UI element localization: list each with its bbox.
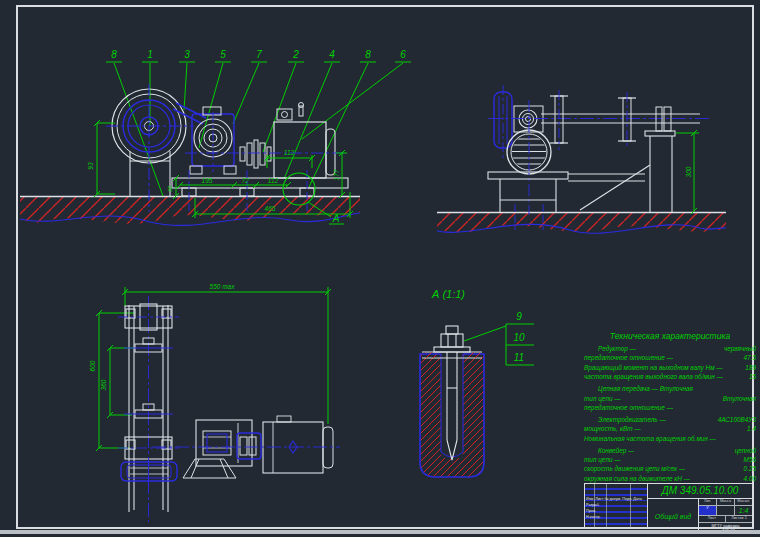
detail-a-view: А (1:1) 9 10 11 (420, 288, 534, 477)
tech-title: Техническая характеристика (584, 331, 756, 341)
sheet-label: Лист (699, 516, 726, 522)
lit-header: Лит. (699, 499, 717, 505)
callout-number: 8 (365, 49, 371, 60)
callout-number: 3 (184, 49, 190, 60)
base-frame (172, 178, 348, 196)
tech-row: Цепная передача — Втулочная (584, 384, 756, 393)
top-dimensions (96, 287, 331, 451)
dim-label: 550 max (210, 283, 236, 290)
scale-header: Масшт. (735, 499, 752, 505)
callout-number: 1 (147, 49, 153, 60)
callout-number: 5 (220, 49, 226, 60)
tech-row: Редуктор —червячный (584, 344, 756, 353)
callout-numbers: 8 1 3 5 7 2 4 8 6 (111, 49, 406, 60)
tech-row: Конвейер —цепной (584, 446, 756, 455)
tech-row: Номинальная частота вращения об.мин — (584, 434, 756, 443)
title-block-revision-table: Изм. Лист № докум. Подп. Дата Разраб. Пр… (585, 484, 648, 527)
cad-viewport: 8 1 3 5 7 2 4 8 6 (0, 0, 760, 537)
callout-number: 8 (111, 49, 117, 60)
row-developed-label: Разраб. (586, 503, 600, 507)
dim-label: 195 (202, 177, 213, 184)
hex-nut (441, 334, 463, 347)
callout-number: 10 (513, 332, 525, 343)
drawing-title: Общий вид (648, 499, 699, 533)
tech-row: Вращающий момент на выходном валу Нм —18… (584, 363, 756, 372)
dim-label: 177 (333, 169, 340, 180)
dim-label: 112 (284, 149, 295, 156)
head-shaft (488, 90, 712, 150)
dim-label: 72 (241, 177, 249, 184)
mass-header: Масса (717, 499, 735, 505)
tech-row: передаточное отношение —47.5 (584, 353, 756, 362)
top-view: 550 max 600 360 (89, 283, 340, 522)
callout-number: 6 (400, 49, 406, 60)
callout-number: 9 (516, 311, 522, 322)
dim-label: 93 (87, 162, 94, 170)
worm-reducer (190, 107, 236, 174)
detail-title: А (1:1) (431, 288, 465, 300)
callout-number: 4 (329, 49, 335, 60)
document-number: ДМ 349.05.10.00 (648, 484, 752, 499)
shaft-support (580, 131, 675, 212)
callout-number: 11 (514, 352, 524, 363)
revision-columns-header: Изм. Лист № докум. Подп. Дата (586, 497, 642, 501)
washer (434, 347, 470, 352)
lit-value: У (699, 506, 717, 515)
technical-characteristics: Техническая характеристика Редуктор —чер… (584, 331, 756, 483)
tech-row: тип цепи —М56 (584, 455, 756, 464)
dim-label: 600 (89, 360, 96, 371)
title-block: Изм. Лист № докум. Подп. Дата Разраб. Пр… (584, 483, 753, 528)
callout-number: 2 (292, 49, 299, 60)
callout-number: 7 (256, 49, 262, 60)
side-view: 300 (437, 85, 726, 233)
dim-label: 300 (685, 166, 692, 177)
dim-label: 50 (167, 185, 173, 192)
window-bottom-edge (0, 530, 760, 534)
motor-plan (263, 416, 333, 473)
coupling-plan (237, 433, 261, 459)
tech-row: Электродвигатель —4АС100В4У3 (584, 415, 756, 424)
motor-pedestal (488, 172, 645, 212)
tech-row: окружная сила на движителе кН —4.00 (584, 474, 756, 483)
tech-row: мощность, кВт —1.4 (584, 424, 756, 433)
row-control-label: Н.контр. (586, 515, 601, 519)
row-checked-label: Пров. (586, 509, 596, 513)
dim-label: 360 (100, 379, 107, 390)
sheets-label: Листов 1 (726, 516, 752, 522)
tech-row: передаточное отношение — (584, 403, 756, 412)
chain-sprocket-side (494, 85, 512, 160)
scale-value: 1:4 (735, 506, 752, 515)
reducer-side (514, 106, 543, 132)
tech-row: скорость движения цепи м/сек —0.25 (584, 464, 756, 473)
mass-value (717, 506, 735, 515)
front-view: 8 1 3 5 7 2 4 8 6 (20, 49, 411, 225)
tech-row: тип цепи —Втулочная (584, 394, 756, 403)
mount-bracket-plan (183, 459, 236, 478)
dim-label: 112 (268, 177, 279, 184)
detail-marker-label: А (332, 213, 340, 224)
tech-row: частота вращения выходного вала об/мин —… (584, 372, 756, 381)
dim-label: 465 (265, 205, 276, 212)
